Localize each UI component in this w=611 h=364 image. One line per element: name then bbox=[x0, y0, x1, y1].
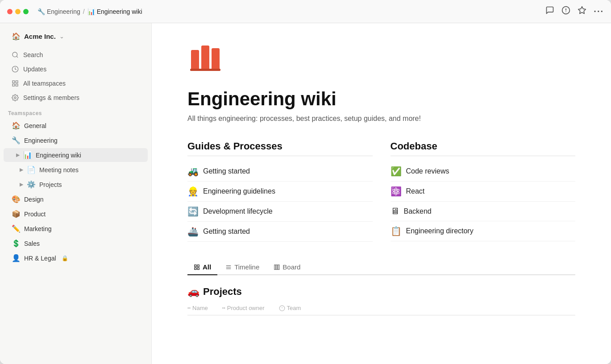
engineering-guidelines-icon: 👷 bbox=[187, 186, 199, 197]
engineering-guidelines-label: Engineering guidelines bbox=[203, 187, 275, 195]
projects-title-label: Projects bbox=[203, 286, 242, 298]
getting-started-icon-1: 🚜 bbox=[187, 166, 199, 177]
svg-rect-19 bbox=[197, 268, 199, 269]
engineering-directory-label: Engineering directory bbox=[406, 227, 474, 235]
sidebar-item-engineering-wiki[interactable]: ▶ 📊 Engineering wiki bbox=[4, 148, 148, 162]
svg-rect-9 bbox=[12, 84, 15, 86]
lock-icon: 🔒 bbox=[62, 255, 68, 261]
engineering-directory-icon: 📋 bbox=[391, 226, 402, 236]
svg-rect-15 bbox=[190, 69, 220, 71]
tab-timeline[interactable]: Timeline bbox=[219, 260, 266, 275]
sidebar-item-search[interactable]: Search bbox=[4, 48, 148, 62]
breadcrumb-separator: / bbox=[83, 8, 85, 15]
product-label: Product bbox=[24, 211, 46, 218]
tab-timeline-label: Timeline bbox=[234, 263, 259, 271]
sidebar-item-hr-legal[interactable]: 👤 HR & Legal 🔒 bbox=[4, 251, 148, 265]
content-columns: Guides & Processes 🚜 Getting started 👷 E… bbox=[187, 141, 575, 242]
expand-chevron-icon: ▶ bbox=[16, 152, 20, 158]
react-link[interactable]: ⚛️ React bbox=[391, 182, 576, 202]
tabs-bar: All Timeline Board bbox=[187, 260, 575, 275]
fullscreen-button[interactable] bbox=[23, 9, 29, 14]
sales-label: Sales bbox=[24, 240, 40, 247]
close-button[interactable] bbox=[7, 9, 12, 14]
workspace-chevron-icon: ⌄ bbox=[59, 33, 64, 40]
meeting-notes-icon: 📄 bbox=[27, 165, 36, 174]
svg-rect-10 bbox=[16, 84, 18, 86]
sidebar-item-projects[interactable]: ▶ ⚙️ Projects bbox=[4, 178, 148, 191]
main-layout: 🏠 Acme Inc. ⌄ Search Updates All teamspa… bbox=[0, 23, 611, 364]
sidebar-item-marketing[interactable]: ✏️ Marketing bbox=[4, 222, 148, 236]
svg-rect-25 bbox=[278, 265, 279, 269]
tab-board-label: Board bbox=[283, 263, 300, 271]
engineering-icon: 🔧 bbox=[37, 8, 45, 15]
comment-icon[interactable] bbox=[545, 6, 554, 17]
engineering-guidelines-link[interactable]: 👷 Engineering guidelines bbox=[187, 182, 373, 202]
codebase-column: Codebase ✅ Code reviews ⚛️ React 🖥 Backe… bbox=[391, 141, 576, 242]
sidebar-item-engineering[interactable]: 🔧 Engineering bbox=[4, 133, 148, 147]
workspace-icon: 🏠 bbox=[12, 32, 21, 41]
table-header: •• Name •• Product owner Team bbox=[187, 301, 575, 315]
guides-header: Guides & Processes bbox=[187, 141, 373, 156]
getting-started-label-2: Getting started bbox=[203, 228, 250, 236]
sidebar-item-meeting-notes[interactable]: ▶ 📄 Meeting notes bbox=[4, 163, 148, 177]
react-label: React bbox=[406, 187, 425, 195]
general-icon: 🏠 bbox=[12, 121, 21, 130]
getting-started-link-2[interactable]: 🚢 Getting started bbox=[187, 222, 373, 242]
sales-icon: 💲 bbox=[12, 239, 21, 248]
engineering-icon: 🔧 bbox=[12, 136, 21, 145]
code-reviews-link[interactable]: ✅ Code reviews bbox=[391, 161, 576, 182]
more-icon[interactable]: ··· bbox=[594, 6, 604, 17]
breadcrumb-page[interactable]: 📊 Engineering wiki bbox=[87, 8, 142, 15]
search-label: Search bbox=[23, 51, 43, 58]
backend-label: Backend bbox=[404, 207, 432, 215]
table-header-team: Team bbox=[279, 305, 301, 311]
design-icon: 🎨 bbox=[12, 195, 21, 203]
projects-label: Projects bbox=[39, 181, 62, 188]
table-header-name: •• Name bbox=[187, 305, 208, 311]
svg-rect-14 bbox=[212, 48, 220, 70]
name-col-label: Name bbox=[192, 305, 208, 311]
svg-rect-17 bbox=[197, 265, 199, 266]
wiki-icon: 📊 bbox=[87, 8, 95, 15]
getting-started-icon-2: 🚢 bbox=[187, 226, 199, 237]
code-reviews-icon: ✅ bbox=[391, 166, 402, 177]
svg-point-4 bbox=[12, 52, 17, 57]
breadcrumb-engineering[interactable]: 🔧 Engineering bbox=[37, 8, 80, 15]
sidebar-item-general[interactable]: 🏠 General bbox=[4, 119, 148, 132]
hr-label: HR & Legal bbox=[24, 255, 56, 262]
svg-rect-24 bbox=[276, 265, 278, 269]
titlebar-actions: ··· bbox=[545, 6, 604, 17]
workspace-name: Acme Inc. bbox=[24, 33, 56, 40]
teamspaces-section-label: Teamspaces bbox=[0, 105, 151, 118]
owner-col-label: Product owner bbox=[227, 305, 265, 311]
backend-link[interactable]: 🖥 Backend bbox=[391, 202, 576, 221]
sidebar-item-settings[interactable]: Settings & members bbox=[4, 91, 148, 104]
svg-rect-18 bbox=[195, 268, 196, 269]
sidebar-item-updates[interactable]: Updates bbox=[4, 62, 148, 76]
guides-processes-column: Guides & Processes 🚜 Getting started 👷 E… bbox=[187, 141, 373, 242]
meeting-notes-chevron-icon: ▶ bbox=[20, 167, 23, 173]
development-lifecycle-link[interactable]: 🔄 Development lifecycle bbox=[187, 202, 373, 222]
svg-rect-8 bbox=[16, 81, 18, 83]
projects-icon: ⚙️ bbox=[27, 180, 36, 189]
tab-board[interactable]: Board bbox=[267, 260, 307, 275]
development-lifecycle-label: Development lifecycle bbox=[203, 207, 273, 215]
traffic-lights bbox=[7, 9, 29, 14]
sidebar-item-all-teamspaces[interactable]: All teamspaces bbox=[4, 77, 148, 90]
star-icon[interactable] bbox=[578, 6, 586, 17]
sidebar-item-sales[interactable]: 💲 Sales bbox=[4, 236, 148, 250]
engineering-directory-link[interactable]: 📋 Engineering directory bbox=[391, 221, 576, 241]
svg-rect-12 bbox=[191, 50, 199, 70]
minimize-button[interactable] bbox=[15, 9, 21, 14]
page-emoji bbox=[187, 41, 575, 82]
sidebar-item-product[interactable]: 📦 Product bbox=[4, 207, 148, 221]
info-icon[interactable] bbox=[561, 6, 570, 17]
getting-started-link-1[interactable]: 🚜 Getting started bbox=[187, 161, 373, 182]
tab-all[interactable]: All bbox=[187, 260, 217, 275]
code-reviews-label: Code reviews bbox=[406, 167, 449, 175]
sidebar-item-design[interactable]: 🎨 Design bbox=[4, 192, 148, 206]
development-lifecycle-icon: 🔄 bbox=[187, 206, 199, 217]
workspace-selector[interactable]: 🏠 Acme Inc. ⌄ bbox=[4, 29, 148, 44]
owner-col-dot-icon: •• bbox=[222, 306, 225, 310]
engineering-label: Engineering bbox=[24, 137, 58, 144]
